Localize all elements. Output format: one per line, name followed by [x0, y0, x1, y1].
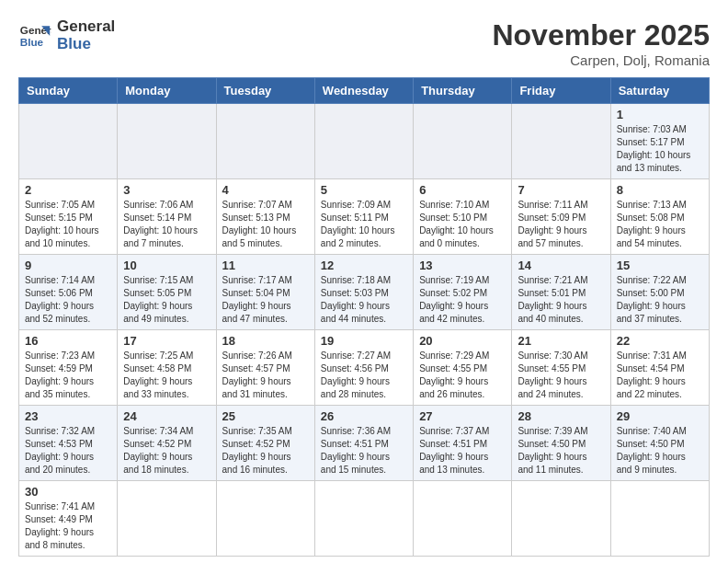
- location: Carpen, Dolj, Romania: [492, 52, 710, 68]
- svg-text:Blue: Blue: [20, 35, 44, 47]
- page-header: General Blue General Blue November 2025 …: [18, 18, 710, 68]
- calendar-cell: 12Sunrise: 7:18 AM Sunset: 5:03 PM Dayli…: [314, 255, 413, 330]
- day-number: 26: [321, 409, 407, 423]
- calendar-cell: 3Sunrise: 7:06 AM Sunset: 5:14 PM Daylig…: [118, 179, 216, 255]
- day-info: Sunrise: 7:30 AM Sunset: 4:55 PM Dayligh…: [518, 350, 604, 401]
- day-info: Sunrise: 7:27 AM Sunset: 4:56 PM Dayligh…: [321, 350, 407, 401]
- day-info: Sunrise: 7:03 AM Sunset: 5:17 PM Dayligh…: [617, 123, 703, 175]
- calendar-cell: [512, 104, 610, 179]
- day-info: Sunrise: 7:41 AM Sunset: 4:49 PM Dayligh…: [25, 500, 111, 552]
- day-number: 16: [25, 334, 111, 348]
- calendar-cell: [19, 104, 118, 179]
- day-number: 24: [123, 409, 210, 423]
- day-info: Sunrise: 7:17 AM Sunset: 5:04 PM Dayligh…: [222, 274, 309, 326]
- day-info: Sunrise: 7:23 AM Sunset: 4:59 PM Dayligh…: [25, 350, 111, 401]
- day-info: Sunrise: 7:10 AM Sunset: 5:10 PM Dayligh…: [419, 199, 506, 250]
- day-info: Sunrise: 7:05 AM Sunset: 5:15 PM Dayligh…: [25, 199, 111, 250]
- calendar-cell: 14Sunrise: 7:21 AM Sunset: 5:01 PM Dayli…: [512, 255, 610, 330]
- day-info: Sunrise: 7:14 AM Sunset: 5:06 PM Dayligh…: [25, 274, 111, 326]
- day-info: Sunrise: 7:09 AM Sunset: 5:11 PM Dayligh…: [321, 199, 407, 250]
- day-number: 30: [25, 485, 111, 499]
- day-number: 15: [617, 259, 703, 272]
- day-number: 8: [617, 183, 703, 197]
- day-info: Sunrise: 7:36 AM Sunset: 4:51 PM Dayligh…: [321, 425, 407, 477]
- day-info: Sunrise: 7:25 AM Sunset: 4:58 PM Dayligh…: [123, 350, 210, 401]
- logo: General Blue General Blue: [18, 18, 115, 52]
- day-number: 20: [419, 334, 506, 348]
- day-info: Sunrise: 7:26 AM Sunset: 4:57 PM Dayligh…: [222, 350, 309, 401]
- weekday-header-saturday: Saturday: [610, 78, 709, 104]
- day-info: Sunrise: 7:11 AM Sunset: 5:09 PM Dayligh…: [518, 199, 604, 250]
- day-info: Sunrise: 7:31 AM Sunset: 4:54 PM Dayligh…: [617, 350, 703, 401]
- day-info: Sunrise: 7:22 AM Sunset: 5:00 PM Dayligh…: [617, 274, 703, 326]
- weekday-header-row: SundayMondayTuesdayWednesdayThursdayFrid…: [19, 78, 710, 104]
- calendar-week-row: 2Sunrise: 7:05 AM Sunset: 5:15 PM Daylig…: [19, 179, 710, 255]
- weekday-header-friday: Friday: [512, 78, 610, 104]
- day-number: 17: [123, 334, 210, 348]
- calendar-cell: 1Sunrise: 7:03 AM Sunset: 5:17 PM Daylig…: [610, 104, 709, 179]
- calendar-cell: 20Sunrise: 7:29 AM Sunset: 4:55 PM Dayli…: [414, 330, 512, 406]
- day-info: Sunrise: 7:06 AM Sunset: 5:14 PM Dayligh…: [123, 199, 210, 250]
- day-number: 7: [518, 183, 604, 197]
- day-info: Sunrise: 7:21 AM Sunset: 5:01 PM Dayligh…: [518, 274, 604, 326]
- calendar-cell: 29Sunrise: 7:40 AM Sunset: 4:50 PM Dayli…: [610, 406, 709, 481]
- month-title: November 2025: [492, 18, 710, 52]
- calendar-cell: [314, 104, 413, 179]
- day-info: Sunrise: 7:32 AM Sunset: 4:53 PM Dayligh…: [25, 425, 111, 477]
- day-number: 25: [222, 409, 309, 423]
- day-info: Sunrise: 7:29 AM Sunset: 4:55 PM Dayligh…: [419, 350, 506, 401]
- calendar-cell: 4Sunrise: 7:07 AM Sunset: 5:13 PM Daylig…: [216, 179, 314, 255]
- calendar-cell: 15Sunrise: 7:22 AM Sunset: 5:00 PM Dayli…: [610, 255, 709, 330]
- day-number: 19: [321, 334, 407, 348]
- calendar-cell: [216, 481, 314, 557]
- calendar-cell: 10Sunrise: 7:15 AM Sunset: 5:05 PM Dayli…: [118, 255, 216, 330]
- calendar-week-row: 9Sunrise: 7:14 AM Sunset: 5:06 PM Daylig…: [19, 255, 710, 330]
- calendar-cell: 6Sunrise: 7:10 AM Sunset: 5:10 PM Daylig…: [414, 179, 512, 255]
- calendar-cell: 17Sunrise: 7:25 AM Sunset: 4:58 PM Dayli…: [118, 330, 216, 406]
- day-number: 2: [25, 183, 111, 197]
- calendar-cell: 9Sunrise: 7:14 AM Sunset: 5:06 PM Daylig…: [19, 255, 118, 330]
- calendar-cell: 8Sunrise: 7:13 AM Sunset: 5:08 PM Daylig…: [610, 179, 709, 255]
- logo-text: General Blue: [57, 18, 115, 52]
- calendar-cell: 13Sunrise: 7:19 AM Sunset: 5:02 PM Dayli…: [414, 255, 512, 330]
- calendar-cell: 30Sunrise: 7:41 AM Sunset: 4:49 PM Dayli…: [19, 481, 118, 557]
- day-number: 21: [518, 334, 604, 348]
- calendar-cell: 19Sunrise: 7:27 AM Sunset: 4:56 PM Dayli…: [314, 330, 413, 406]
- title-block: November 2025 Carpen, Dolj, Romania: [492, 18, 710, 68]
- calendar-cell: 7Sunrise: 7:11 AM Sunset: 5:09 PM Daylig…: [512, 179, 610, 255]
- day-info: Sunrise: 7:15 AM Sunset: 5:05 PM Dayligh…: [123, 274, 210, 326]
- calendar-week-row: 30Sunrise: 7:41 AM Sunset: 4:49 PM Dayli…: [19, 481, 710, 557]
- day-info: Sunrise: 7:37 AM Sunset: 4:51 PM Dayligh…: [419, 425, 506, 477]
- day-info: Sunrise: 7:19 AM Sunset: 5:02 PM Dayligh…: [419, 274, 506, 326]
- calendar-cell: [610, 481, 709, 557]
- calendar-cell: 23Sunrise: 7:32 AM Sunset: 4:53 PM Dayli…: [19, 406, 118, 481]
- calendar-cell: 25Sunrise: 7:35 AM Sunset: 4:52 PM Dayli…: [216, 406, 314, 481]
- day-info: Sunrise: 7:18 AM Sunset: 5:03 PM Dayligh…: [321, 274, 407, 326]
- calendar-cell: [118, 104, 216, 179]
- calendar-cell: 28Sunrise: 7:39 AM Sunset: 4:50 PM Dayli…: [512, 406, 610, 481]
- day-info: Sunrise: 7:40 AM Sunset: 4:50 PM Dayligh…: [617, 425, 703, 477]
- day-info: Sunrise: 7:34 AM Sunset: 4:52 PM Dayligh…: [123, 425, 210, 477]
- day-number: 29: [617, 409, 703, 423]
- weekday-header-wednesday: Wednesday: [314, 78, 413, 104]
- general-blue-logo-icon: General Blue: [18, 19, 51, 52]
- calendar-week-row: 16Sunrise: 7:23 AM Sunset: 4:59 PM Dayli…: [19, 330, 710, 406]
- calendar-cell: [414, 104, 512, 179]
- calendar-cell: 22Sunrise: 7:31 AM Sunset: 4:54 PM Dayli…: [610, 330, 709, 406]
- weekday-header-tuesday: Tuesday: [216, 78, 314, 104]
- day-info: Sunrise: 7:35 AM Sunset: 4:52 PM Dayligh…: [222, 425, 309, 477]
- calendar-cell: [414, 481, 512, 557]
- calendar-cell: 26Sunrise: 7:36 AM Sunset: 4:51 PM Dayli…: [314, 406, 413, 481]
- weekday-header-thursday: Thursday: [414, 78, 512, 104]
- day-number: 18: [222, 334, 309, 348]
- calendar-cell: [216, 104, 314, 179]
- day-info: Sunrise: 7:13 AM Sunset: 5:08 PM Dayligh…: [617, 199, 703, 250]
- day-number: 5: [321, 183, 407, 197]
- day-info: Sunrise: 7:07 AM Sunset: 5:13 PM Dayligh…: [222, 199, 309, 250]
- day-number: 11: [222, 259, 309, 272]
- calendar-cell: 5Sunrise: 7:09 AM Sunset: 5:11 PM Daylig…: [314, 179, 413, 255]
- day-number: 22: [617, 334, 703, 348]
- calendar-cell: 21Sunrise: 7:30 AM Sunset: 4:55 PM Dayli…: [512, 330, 610, 406]
- calendar-week-row: 23Sunrise: 7:32 AM Sunset: 4:53 PM Dayli…: [19, 406, 710, 481]
- calendar-cell: 18Sunrise: 7:26 AM Sunset: 4:57 PM Dayli…: [216, 330, 314, 406]
